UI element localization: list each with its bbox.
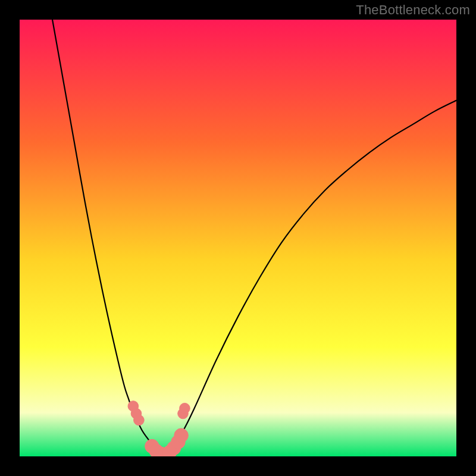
data-marker xyxy=(134,415,145,425)
watermark-text: TheBottleneck.com xyxy=(356,2,470,18)
plot-area xyxy=(20,20,456,456)
chart-frame: { "watermark": "TheBottleneck.com", "col… xyxy=(0,0,476,476)
data-marker xyxy=(174,428,188,442)
bottleneck-chart xyxy=(0,0,476,476)
data-marker xyxy=(180,403,190,414)
